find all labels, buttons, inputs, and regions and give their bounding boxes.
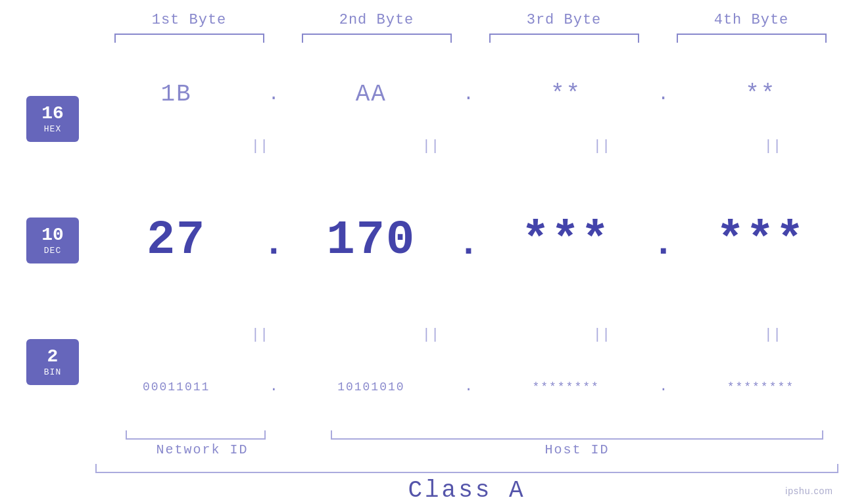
dec-b2-value: 170 [327,214,416,267]
sep-row-2: || || || || [92,325,845,345]
bin-b2-value: 10101010 [337,380,404,394]
bin-b1-cell: 00011011 [92,380,260,394]
bin-label: BIN [44,368,61,377]
host-id-label: Host ID [309,442,845,457]
main-content: 16 HEX 10 DEC 2 BIN 1B . [0,52,845,429]
network-id-label: Network ID [95,442,309,457]
dec-b3-cell: *** [482,214,650,267]
bottom-brackets [0,430,845,440]
bin-b4-value: ******** [727,380,794,394]
hex-b4-value: ** [745,81,776,108]
dec-row: 27 . 170 . *** . *** [92,156,845,325]
byte3-header: 3rd Byte [470,12,658,28]
host-id-bracket [331,430,824,440]
bin-b2-cell: 10101010 [287,380,455,394]
hex-b1-cell: 1B [92,81,260,108]
sep1-b2: || [358,137,503,156]
dec-dot1: . [260,226,287,256]
dec-dot3: . [650,226,677,256]
dec-number: 10 [41,226,64,244]
top-brackets [0,31,845,45]
main-container: 1st Byte 2nd Byte 3rd Byte 4th Byte 16 H… [0,0,845,504]
hex-b1-value: 1B [161,81,192,108]
sep2-b4: || [700,325,845,345]
bracket-cell-4 [658,31,845,45]
sep1-b4: || [700,137,845,156]
hex-dot2: . [456,84,482,104]
bracket-cell-2 [283,31,470,45]
data-columns: 1B . AA . ** . ** [92,52,845,429]
hex-badge: 16 HEX [26,96,79,142]
bin-badge: 2 BIN [26,339,79,385]
network-id-bracket [126,430,266,440]
class-bracket [95,464,838,473]
bin-number: 2 [47,348,59,366]
bin-b3-cell: ******** [482,380,650,394]
dec-b4-cell: *** [677,214,845,267]
bin-dot3: . [650,378,677,395]
hex-b2-cell: AA [287,81,455,108]
hex-b4-cell: ** [677,81,845,108]
hex-number: 16 [41,104,64,123]
hex-dot3: . [650,84,677,104]
dec-b1-value: 27 [147,214,206,267]
dec-label: DEC [44,246,61,255]
bracket-2 [302,34,452,43]
watermark: ipshu.com [785,486,833,496]
bin-row: 00011011 . 10101010 . ******** . [92,345,845,430]
dec-b1-cell: 27 [92,214,260,267]
class-bracket-row [0,464,845,473]
sep2-b2: || [358,325,503,345]
bracket-1 [114,34,264,43]
hex-row: 1B . AA . ** . ** [92,52,845,137]
bin-b1-value: 00011011 [143,380,210,394]
class-label: Class A [408,477,525,504]
sep1-b1: || [187,137,332,156]
dec-dot2: . [456,226,482,256]
class-label-row: Class A [0,477,845,504]
sep1-b3: || [529,137,674,156]
byte1-header: 1st Byte [95,12,283,28]
id-labels-row: Network ID Host ID [0,442,845,457]
bracket-cell-3 [470,31,658,45]
byte2-header: 2nd Byte [283,12,470,28]
label-column: 16 HEX 10 DEC 2 BIN [0,52,92,429]
sep-row-1: || || || || [92,137,845,156]
bin-dot1: . [260,378,287,395]
dec-badge: 10 DEC [26,218,79,263]
sep2-b1: || [187,325,332,345]
bracket-4 [677,34,827,43]
dec-b4-value: *** [716,214,806,267]
bracket-cell-1 [95,31,283,45]
bin-b4-cell: ******** [677,380,845,394]
bracket-3 [489,34,639,43]
dec-b3-value: *** [521,214,611,267]
hex-b2-value: AA [356,81,387,108]
hex-label: HEX [44,125,61,133]
hex-b3-value: ** [550,81,581,108]
sep2-b3: || [529,325,674,345]
hex-b3-cell: ** [482,81,650,108]
dec-b2-cell: 170 [287,214,455,267]
bin-dot2: . [456,378,482,395]
hex-dot1: . [260,84,287,104]
bin-b3-value: ******** [532,380,599,394]
byte4-header: 4th Byte [658,12,845,28]
byte-headers: 1st Byte 2nd Byte 3rd Byte 4th Byte [0,12,845,28]
